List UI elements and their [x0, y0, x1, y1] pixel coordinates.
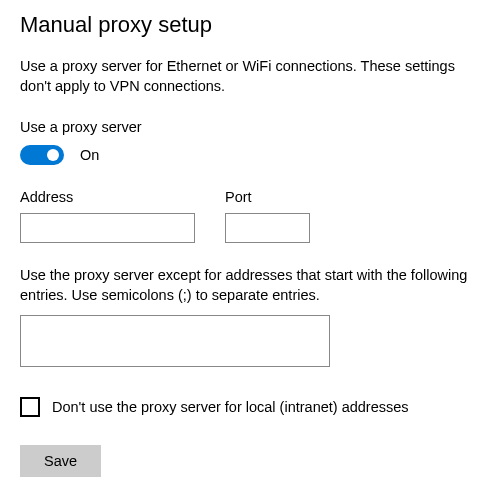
local-bypass-label: Don't use the proxy server for local (in…: [52, 399, 409, 415]
proxy-description: Use a proxy server for Ethernet or WiFi …: [20, 56, 483, 97]
toggle-knob-icon: [47, 149, 59, 161]
address-label: Address: [20, 189, 195, 205]
local-bypass-checkbox[interactable]: [20, 397, 40, 417]
page-heading: Manual proxy setup: [20, 12, 483, 38]
save-button[interactable]: Save: [20, 445, 101, 477]
toggle-state-label: On: [80, 147, 99, 163]
port-input[interactable]: [225, 213, 310, 243]
local-bypass-row: Don't use the proxy server for local (in…: [20, 397, 483, 417]
proxy-toggle[interactable]: [20, 145, 64, 165]
exceptions-label: Use the proxy server except for addresse…: [20, 265, 483, 306]
toggle-row: On: [20, 145, 483, 165]
address-input[interactable]: [20, 213, 195, 243]
toggle-label: Use a proxy server: [20, 119, 483, 135]
port-group: Port: [225, 189, 310, 243]
exceptions-input[interactable]: [20, 315, 330, 367]
address-port-row: Address Port: [20, 189, 483, 243]
port-label: Port: [225, 189, 310, 205]
address-group: Address: [20, 189, 195, 243]
